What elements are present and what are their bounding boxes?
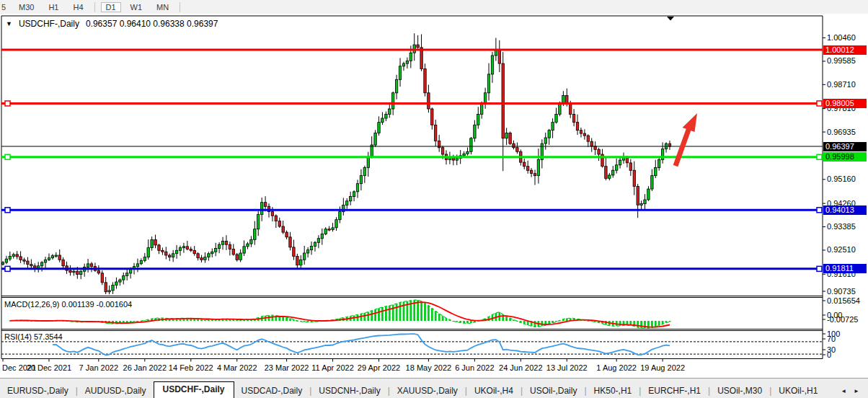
line-handle [5,154,10,159]
price-tick-label: 0.93385 [827,222,856,231]
chart-tab-xauusd-daily[interactable]: XAUUSD-,Daily [390,384,465,398]
date-tick-label: 1 Aug 2022 [596,363,637,372]
chart-tab-eurusd-daily[interactable]: EURUSD-,Daily [0,384,76,398]
date-tick-label: 19 Aug 2022 [640,363,685,372]
price-line-label-0.98005: 0.98005 [823,99,867,108]
timeframe-button-D1[interactable]: D1 [101,2,121,12]
timeframe-button-MN[interactable]: MN [151,2,174,12]
chart-tab-ukoil-h4[interactable]: UKOil-,H4 [467,384,521,398]
toolbar-separator [180,2,180,12]
price-tick-label: 0.98710 [827,80,856,89]
timeframe-button-W1[interactable]: W1 [125,2,148,12]
price-line-label-0.94013: 0.94013 [823,205,867,215]
timeframe-button-H1[interactable]: H1 [43,2,63,12]
price-line-label-1.00012: 1.00012 [823,45,867,55]
price-tick-label: 1.00460 [827,33,856,43]
current-price-label: 0.96397 [823,142,867,151]
price-line-label-0.91811: 0.91811 [823,264,867,273]
chart-shift-marker-icon [667,17,674,21]
timeframe-button-5[interactable]: 5 [0,2,9,12]
date-tick-label: 7 Jan 2022 [79,363,118,372]
date-tick-label: 13 Jul 2022 [546,363,588,372]
chart-tab-hk50-h1[interactable]: HK50-,H1 [587,384,639,398]
tab-scroll-left-button[interactable]: ◄ [841,388,846,394]
chart-tab-usoil-daily[interactable]: USOil-,Daily [523,384,584,398]
price-tick-label: 0.92510 [827,245,856,255]
chart-ohlc-values: 0.96357 0.96410 0.96338 0.96397 [86,19,218,29]
chart-area: ▼ USDCHF-,Daily 0.96357 0.96410 0.96338 … [0,14,868,378]
price-line-label-0.95998: 0.95998 [823,152,867,162]
date-tick-label: 23 Mar 2022 [265,363,309,372]
timeframe-toolbar: 5M30H1H4D1W1MN [0,0,868,14]
date-tick-label: 24 Jun 2022 [499,363,543,372]
chart-title: ▼ USDCHF-,Daily 0.96357 0.96410 0.96338 … [6,19,218,29]
line-handle [817,266,822,271]
line-handle [817,101,822,106]
rsi-line [53,334,670,355]
toolbar-separator [94,2,95,12]
date-tick-label: 29 Apr 2022 [358,363,400,372]
tab-scroll-right-button[interactable]: ► [854,388,859,394]
chart-tab-usdcad-daily[interactable]: USDCAD-,Daily [234,384,310,398]
line-handle [817,208,822,213]
line-handle [5,208,10,213]
chart-canvas[interactable] [0,14,868,378]
date-tick-label: 4 Mar 2022 [217,363,257,372]
price-tick-label: 0.96935 [827,128,856,137]
rsi-axis-label: 0 [827,350,831,360]
macd-indicator-label: MACD(12,26,9) 0.001139 -0.001604 [4,300,132,309]
chart-tab-usdcnh-daily[interactable]: USDCNH-,Daily [311,384,387,398]
date-tick-label: 20 Dec 2021 [27,363,71,372]
chart-tab-eurchf-h1[interactable]: EURCHF-,H1 [641,384,708,398]
candles-layer [1,33,670,294]
chart-tab-ukoil-h1[interactable]: UKOil-,H1 [771,384,825,398]
timeframe-button-H4[interactable]: H4 [68,2,88,12]
timeframe-button-M30[interactable]: M30 [14,2,39,12]
price-tick-label: 0.99585 [827,56,856,66]
chart-tab-usdchf-daily[interactable]: USDCHF-,Daily [154,381,234,398]
rsi-indicator-label: RSI(14) 57.3544 [4,332,63,341]
chart-tab-usoil-m30[interactable]: USOil-,M30 [710,384,769,398]
trading-terminal-window: 5M30H1H4D1W1MN ▼ USDCHF-,Daily 0.96357 0… [0,0,868,398]
line-handle [5,101,10,106]
date-tick-label: 18 May 2022 [406,363,452,372]
chart-symbol-label: USDCHF-,Daily [19,19,79,29]
date-tick-label: 14 Feb 2022 [169,363,213,372]
date-tick-label: 11 Apr 2022 [311,363,354,372]
macd-axis-label: 0.015654 [827,296,860,306]
line-handle [5,266,10,271]
symbol-dropdown-icon[interactable]: ▼ [6,20,12,27]
line-handle [817,154,822,159]
macd-axis-label: -0.00725 [827,315,858,324]
price-tick-label: 0.95160 [827,174,856,184]
date-tick-label: 26 Jan 2022 [123,363,167,372]
price-tick-label: 0.90735 [827,287,856,296]
trend-arrow-annotation[interactable] [673,113,697,167]
rsi-axis-label: 70 [827,335,836,344]
date-tick-label: 6 Jun 2022 [455,363,494,372]
chart-tab-audusd-daily[interactable]: AUDUSD-,Daily [78,384,154,398]
symbol-tabbar: EURUSD-,Daily|AUDUSD-,DailyUSDCHF-,Daily… [0,378,868,398]
